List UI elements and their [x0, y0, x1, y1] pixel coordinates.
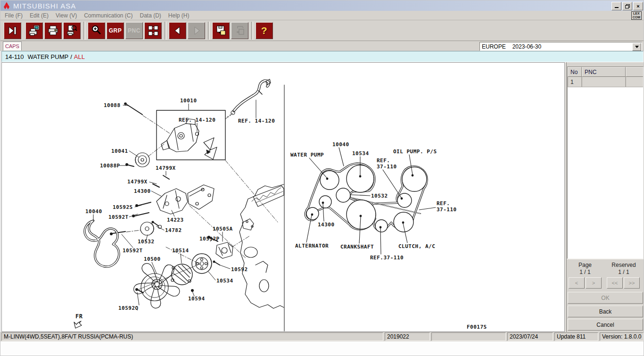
zoom-button[interactable] — [88, 22, 105, 39]
restore-icon — [625, 4, 629, 8]
part-label: 10592 — [231, 266, 248, 273]
section-header: 14-110 WATER PUMP / ALL — [1, 51, 644, 62]
chevron-down-icon[interactable] — [632, 43, 641, 51]
part-label: 10592T — [108, 214, 129, 220]
oil-pump-14300 — [157, 189, 188, 214]
cancel-button[interactable]: Cancel — [568, 319, 643, 331]
back-page-button[interactable] — [169, 22, 186, 39]
print-preview-icon — [66, 25, 78, 37]
part-label: 10088P — [100, 163, 120, 169]
part-label: ALTERNATOR — [295, 243, 329, 249]
grp-button[interactable]: GRP — [107, 22, 124, 39]
bottom-gap — [0, 341, 644, 356]
bolt-10088p — [128, 165, 134, 166]
reserved-last-button[interactable]: >> — [624, 277, 640, 289]
diagram-panel[interactable]: 1008810010REF. 14-120REF. 14-12010041100… — [1, 62, 565, 332]
back-button[interactable]: Back — [568, 306, 643, 317]
help-button[interactable]: ? — [256, 22, 273, 39]
part-label: 10532 — [138, 239, 155, 245]
page-value: 1 / 1 — [569, 269, 602, 275]
part-label: 37-110 — [437, 207, 457, 213]
print-setup-button[interactable] — [25, 22, 43, 39]
tab-row: CAPS EUROPE 2023-06-30 — [0, 41, 644, 51]
region-select[interactable]: EUROPE 2023-06-30 — [479, 42, 642, 51]
pnc-table[interactable]: No PNC 1 — [567, 66, 644, 259]
menu-bar: File (F) Edit (E) View (V) Communication… — [0, 11, 644, 20]
part-label: 10514 — [172, 248, 189, 254]
multi-view-button[interactable] — [144, 22, 162, 39]
status-bar: M-LINW(4WD,5SEAT),8FA/T RUSSIA(PCMA-RUS)… — [0, 332, 644, 341]
window-title: MITSUBISHI ASA — [13, 2, 76, 10]
restore-button[interactable] — [622, 2, 632, 10]
pulley-crankshaft — [347, 200, 376, 229]
col-header-no[interactable]: No — [568, 67, 582, 77]
print-preview-button[interactable] — [63, 22, 81, 39]
title-bar: MITSUBISHI ASA × — [0, 0, 644, 11]
grp-label: GRP — [109, 27, 122, 34]
part-label: OIL PUMP. P/S — [393, 149, 437, 155]
close-icon: × — [636, 4, 639, 9]
minimize-icon — [615, 4, 619, 8]
save-button[interactable] — [212, 22, 230, 39]
exit-icon — [7, 25, 18, 36]
menu-communication[interactable]: Communication (C) — [84, 12, 132, 19]
menu-edit[interactable]: Edit (E) — [30, 12, 49, 19]
part-label: 14300 — [134, 188, 151, 194]
toolbar-separator — [165, 22, 166, 40]
print-button[interactable] — [44, 22, 62, 39]
reserved-first-button[interactable]: << — [607, 277, 623, 289]
exit-button[interactable] — [4, 22, 21, 39]
page-label: Page — [569, 262, 602, 268]
hose — [231, 79, 271, 115]
col-header-pnc[interactable]: PNC — [582, 67, 626, 77]
cell-no[interactable]: 1 — [568, 77, 582, 87]
cell-extra — [626, 77, 643, 87]
part-label: 37-110 — [377, 164, 397, 170]
ok-button[interactable]: OK — [568, 292, 643, 304]
part-label: 10592S — [113, 204, 133, 210]
part-label: 10500 — [144, 256, 161, 262]
grid-squares-icon — [147, 25, 159, 37]
belt-10040 — [85, 221, 119, 267]
part-label: 10592Q — [118, 305, 139, 311]
part-label: 14799X — [127, 179, 148, 185]
part-label: 10534 — [352, 150, 369, 157]
zoom-in-icon — [91, 25, 103, 37]
region-value: EUROPE — [482, 43, 506, 50]
table-row[interactable]: 1 — [568, 77, 643, 87]
arrow-right-icon — [191, 25, 202, 36]
pulley-14300 — [319, 196, 331, 208]
menu-data[interactable]: Data (D) — [140, 12, 161, 19]
page-prev-button[interactable]: < — [569, 277, 585, 289]
section-separator: / — [70, 53, 72, 60]
side-panel: No PNC 1 Page 1 / 1 Reserved 1 / 1 < > <… — [567, 62, 644, 332]
menu-view[interactable]: View (V) — [56, 12, 77, 19]
part-label: 10594 — [188, 296, 205, 302]
toolbar-separator — [83, 22, 85, 40]
tab-caps[interactable]: CAPS — [3, 41, 22, 50]
part-label: 10592T — [123, 248, 143, 254]
part-label: WATER PUMP — [290, 152, 324, 158]
pulley-10532 — [336, 188, 350, 202]
minimize-button[interactable] — [611, 2, 621, 10]
page-next-button[interactable]: > — [586, 277, 602, 289]
app-window: MITSUBISHI ASA × File (F) Edit (E) View … — [0, 0, 644, 356]
part-label: 14782 — [165, 227, 182, 233]
part-label: 10592P — [199, 236, 220, 242]
toolbar-separator — [208, 22, 210, 40]
menu-file[interactable]: File (F) — [5, 12, 23, 19]
idler-10532 — [140, 222, 154, 235]
reserved-value: 1 / 1 — [607, 269, 640, 275]
part-label: 14223 — [167, 217, 184, 223]
close-button[interactable]: × — [633, 2, 643, 10]
menu-help[interactable]: Help (H) — [168, 12, 190, 19]
part-label: 14799X — [156, 165, 176, 171]
part-label: 10041 — [111, 148, 128, 154]
lexcom-logo: LEX COM — [631, 11, 642, 20]
water-pump-10514 — [171, 264, 192, 285]
diagram-svg: 1008810010REF. 14-120REF. 14-12010041100… — [2, 63, 564, 331]
part-label: REF. 14-120 — [179, 117, 215, 123]
cell-pnc[interactable] — [582, 77, 626, 87]
part-label: REF. — [437, 200, 450, 207]
part-label: CLUTCH, A/C — [398, 243, 435, 249]
